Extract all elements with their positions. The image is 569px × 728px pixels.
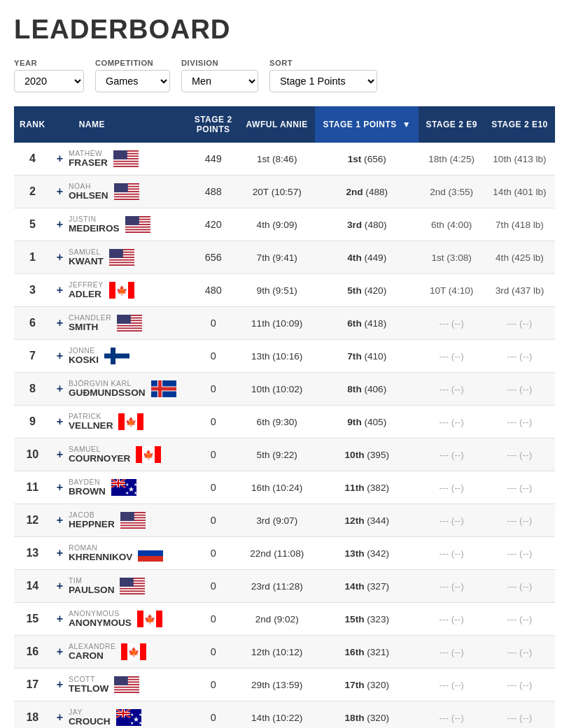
rank-cell: 3	[14, 274, 51, 307]
rank-cell: 1	[14, 241, 51, 274]
flag-icon: ★ ★ ★ ★ ★	[111, 479, 136, 496]
stage1-points: 9th (405)	[315, 406, 419, 438]
expand-button[interactable]: +	[57, 613, 63, 625]
competition-select[interactable]: Games	[95, 70, 170, 92]
expand-button[interactable]: +	[57, 218, 63, 231]
expand-button[interactable]: +	[57, 251, 63, 264]
expand-button[interactable]: +	[57, 152, 63, 165]
first-name: SAMUEL	[69, 248, 104, 256]
name-cell: + ALEXANDRE CARON 🍁	[51, 636, 188, 669]
first-name: BAYDEN	[69, 478, 106, 486]
stage2-points: 0	[188, 603, 239, 636]
expand-button[interactable]: +	[57, 514, 63, 527]
flag-icon	[113, 150, 139, 167]
expand-button[interactable]: +	[57, 481, 63, 494]
svg-rect-45	[104, 354, 129, 359]
flag-icon	[151, 380, 176, 397]
svg-text:★: ★	[133, 491, 136, 495]
name-info: ANONYMOUS ANONYMOUS	[69, 610, 132, 628]
first-name: ANONYMOUS	[69, 610, 132, 618]
svg-text:🍁: 🍁	[143, 449, 155, 461]
svg-rect-92	[120, 592, 145, 593]
expand-button[interactable]: +	[57, 317, 63, 329]
first-name: CHANDLER	[69, 314, 111, 322]
stage1-pts-header: STAGE 1 POINTS ▼	[315, 106, 419, 143]
name-info: JAY CROUCH	[69, 708, 111, 727]
first-name: JONNE	[69, 347, 99, 355]
leaderboard-table: RANK NAME STAGE 2POINTS AWFUL ANNIE STAG…	[14, 106, 555, 728]
expand-button[interactable]: +	[57, 350, 63, 362]
awful-annie-result: 3rd (9:07)	[239, 504, 315, 537]
expand-button[interactable]: +	[57, 580, 63, 592]
name-info: JEFFREY ADLER	[69, 281, 104, 299]
svg-rect-14	[114, 197, 139, 199]
stage2-e9-result: --- (--)	[419, 471, 484, 504]
stage2-points: 420	[188, 208, 239, 241]
stage2-e9-result: --- (--)	[419, 701, 484, 729]
svg-rect-100	[140, 643, 146, 660]
rank-cell: 8	[14, 373, 51, 406]
svg-rect-83	[138, 545, 163, 550]
awful-annie-result: 5th (9:22)	[239, 438, 315, 471]
first-name: NOAH	[69, 183, 108, 190]
svg-text:★: ★	[129, 721, 133, 725]
expand-button[interactable]: +	[57, 678, 63, 691]
name-cell: + ANONYMOUS ANONYMOUS 🍁	[51, 603, 188, 636]
stage2-points: 488	[188, 176, 239, 208]
awful-annie-result: 2nd (9:02)	[239, 603, 315, 636]
division-label: DIVISION	[181, 59, 258, 67]
table-row: 5 + JUSTIN MEDEIROS 420 4th (9:09) 3rd (…	[14, 208, 555, 241]
sort-select[interactable]: Stage 1 Points Stage 2 Points Awful Anni…	[269, 70, 377, 92]
expand-button[interactable]: +	[57, 185, 63, 198]
svg-rect-84	[138, 550, 163, 556]
flag-icon	[114, 183, 139, 200]
stage1-points: 8th (406)	[315, 373, 419, 406]
awful-annie-result: 6th (9:30)	[239, 406, 315, 438]
stage1-points: 4th (449)	[315, 241, 419, 274]
stage1-points: 1st (656)	[315, 143, 419, 176]
stage2-points: 0	[188, 438, 239, 471]
svg-rect-58	[155, 446, 161, 463]
expand-button[interactable]: +	[57, 284, 63, 297]
stage1-points: 7th (410)	[315, 340, 419, 373]
stage2-e10-result: 7th (418 lb)	[484, 208, 555, 241]
year-select[interactable]: 2020 2019 2021	[14, 70, 84, 92]
stage1-points: 5th (420)	[315, 274, 419, 307]
stage2-e9-result: 18th (4:25)	[419, 143, 484, 176]
stage1-points: 18th (320)	[315, 701, 419, 729]
last-name: KHRENNIKOV	[69, 552, 132, 562]
svg-rect-43	[117, 315, 131, 324]
expand-button[interactable]: +	[57, 645, 63, 658]
svg-rect-96	[156, 611, 162, 627]
expand-button[interactable]: +	[57, 547, 63, 559]
name-info: NOAH OHLSEN	[69, 183, 108, 201]
name-cell: + CHANDLER SMITH	[51, 307, 188, 340]
stage2-e10-result: 14th (401 lb)	[484, 176, 555, 208]
svg-rect-12	[114, 192, 139, 194]
expand-button[interactable]: +	[57, 711, 63, 724]
svg-rect-93	[120, 578, 134, 587]
last-name: CROUCH	[69, 716, 111, 727]
last-name: PAULSON	[69, 585, 114, 595]
name-info: JUSTIN MEDEIROS	[69, 215, 120, 234]
svg-rect-51	[158, 380, 162, 397]
division-select[interactable]: Men Women	[181, 70, 258, 92]
svg-rect-69	[118, 479, 119, 487]
svg-rect-28	[109, 258, 134, 259]
rank-cell: 6	[14, 307, 51, 340]
svg-text:★: ★	[129, 713, 133, 717]
stage1-points: 17th (320)	[315, 669, 419, 701]
name-cell: + NOAH OHLSEN	[51, 176, 188, 208]
rank-cell: 9	[14, 406, 51, 438]
name-cell: + PATRICK VELLNER 🍁	[51, 406, 188, 438]
svg-rect-50	[151, 387, 176, 391]
division-filter: DIVISION Men Women	[181, 59, 258, 92]
expand-button[interactable]: +	[57, 383, 63, 395]
svg-rect-81	[120, 526, 146, 527]
stage2-e9-result: 6th (4:00)	[419, 208, 484, 241]
expand-button[interactable]: +	[57, 448, 63, 461]
svg-text:★: ★	[138, 713, 141, 717]
expand-button[interactable]: +	[57, 415, 63, 428]
rank-header: RANK	[14, 106, 51, 143]
stage2-e10-result: --- (--)	[484, 669, 555, 701]
